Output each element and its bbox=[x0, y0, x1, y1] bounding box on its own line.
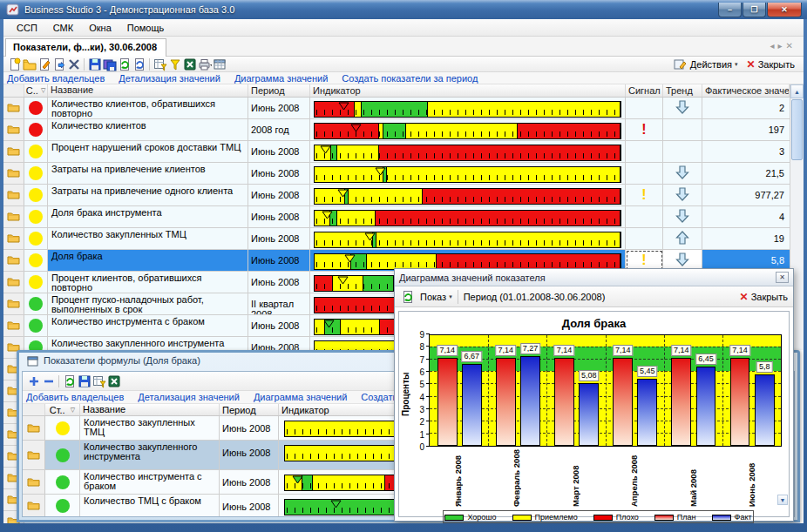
row-name-cell[interactable]: Затраты на привлечение клиентов bbox=[48, 163, 248, 184]
row-indicator-cell[interactable] bbox=[310, 185, 626, 205]
refresh-icon[interactable] bbox=[400, 290, 415, 304]
row-indicator-cell[interactable] bbox=[310, 98, 626, 118]
header-trend[interactable]: Тренд bbox=[663, 84, 702, 97]
link-добавить[interactable]: Добавить владельцев bbox=[26, 392, 124, 402]
link-детализация[interactable]: Детализация значений bbox=[138, 392, 240, 402]
filter-settings-icon[interactable] bbox=[153, 57, 167, 71]
row-signal-cell[interactable] bbox=[626, 206, 663, 227]
row-value-cell[interactable]: 21,5 bbox=[702, 163, 790, 184]
refresh-icon[interactable] bbox=[62, 374, 77, 388]
folder-icon[interactable] bbox=[7, 102, 20, 114]
table-row[interactable]: Доля брака инструментаИюнь 20084 bbox=[3, 206, 790, 228]
fheader-folder[interactable] bbox=[23, 404, 45, 415]
row-folder-cell[interactable] bbox=[23, 470, 45, 494]
save-all-icon[interactable] bbox=[102, 57, 117, 71]
duplicate-icon[interactable] bbox=[51, 57, 66, 71]
menu-item-смк[interactable]: СМК bbox=[45, 21, 81, 35]
table-row[interactable]: Количество клиентов2008 год!197 bbox=[3, 119, 790, 141]
folder-icon[interactable] bbox=[7, 298, 20, 310]
filter-icon[interactable] bbox=[167, 57, 182, 71]
row-signal-cell[interactable] bbox=[626, 141, 663, 162]
row-trend-cell[interactable] bbox=[663, 119, 702, 140]
fheader-name[interactable]: Название bbox=[80, 404, 220, 415]
header-period[interactable]: Период bbox=[248, 84, 310, 97]
actions-button[interactable]: Действия▾ bbox=[673, 57, 738, 71]
row-period-cell[interactable]: Июнь 2008 bbox=[220, 495, 279, 516]
save-icon[interactable] bbox=[77, 374, 92, 388]
row-indicator-cell[interactable] bbox=[310, 119, 626, 140]
minimize-button[interactable]: – bbox=[718, 3, 742, 17]
tab-indicators[interactable]: Показатели, ф...ки), 30.06.2008 bbox=[5, 38, 166, 57]
fheader-status[interactable]: Ст.. ▽ bbox=[45, 404, 80, 415]
row-period-cell[interactable]: Июнь 2008 bbox=[248, 206, 310, 227]
row-name-cell[interactable]: Процент пуско-наладочных работ, выполнен… bbox=[48, 293, 248, 314]
tab-nav[interactable]: ◂▸✕ bbox=[770, 41, 797, 51]
row-signal-cell[interactable] bbox=[626, 98, 663, 118]
filter-settings-icon[interactable] bbox=[92, 374, 106, 388]
refresh-icon[interactable] bbox=[117, 57, 132, 71]
show-dropdown-button[interactable]: Показ▾ bbox=[420, 292, 452, 302]
folder-icon[interactable] bbox=[27, 476, 40, 488]
new-icon[interactable] bbox=[7, 57, 22, 71]
excel-export-icon[interactable] bbox=[182, 57, 197, 71]
row-value-cell[interactable]: 197 bbox=[702, 119, 790, 140]
row-value-cell[interactable]: 977,27 bbox=[702, 185, 790, 205]
scrollbar-thumb[interactable] bbox=[791, 99, 803, 160]
row-period-cell[interactable]: Июнь 2008 bbox=[248, 228, 310, 249]
row-indicator-cell[interactable] bbox=[310, 228, 626, 249]
row-trend-cell[interactable] bbox=[663, 206, 702, 227]
close-button[interactable]: ✕ bbox=[767, 3, 802, 17]
row-name-cell[interactable]: Количество клиентов bbox=[48, 119, 248, 140]
row-folder-cell[interactable] bbox=[23, 495, 45, 516]
row-folder-cell[interactable] bbox=[3, 163, 24, 184]
link-создать[interactable]: Создать показатели за период bbox=[342, 73, 478, 84]
row-signal-cell[interactable] bbox=[626, 163, 663, 184]
row-folder-cell[interactable] bbox=[23, 441, 45, 469]
row-indicator-cell[interactable] bbox=[310, 141, 626, 162]
row-indicator-cell[interactable] bbox=[310, 206, 626, 227]
row-signal-cell[interactable]: ! bbox=[626, 119, 663, 140]
row-folder-cell[interactable] bbox=[3, 315, 24, 336]
folder-icon[interactable] bbox=[7, 167, 20, 179]
header-status[interactable]: С.. ▽ bbox=[24, 84, 48, 97]
row-signal-cell[interactable] bbox=[626, 228, 663, 249]
row-name-cell[interactable]: Процент клиентов, обратившихся повторно bbox=[48, 272, 248, 293]
row-name-cell[interactable]: Количество клиентов, обратившихся повтор… bbox=[48, 98, 248, 118]
row-period-cell[interactable]: Июнь 2008 bbox=[220, 416, 279, 440]
title-bar[interactable]: Business Studio 3 - Демонстрационная баз… bbox=[0, 0, 807, 19]
folder-icon[interactable] bbox=[7, 320, 20, 332]
scroll-up-icon[interactable]: ▲ bbox=[790, 84, 804, 98]
row-value-cell[interactable]: 2 bbox=[702, 98, 790, 118]
link-добавить[interactable]: Добавить владельцев bbox=[7, 73, 105, 84]
header-signal[interactable]: Сигнал bbox=[626, 84, 663, 97]
row-folder-cell[interactable] bbox=[3, 250, 24, 271]
remove-icon[interactable] bbox=[41, 374, 56, 388]
folder-icon[interactable] bbox=[7, 254, 20, 266]
row-value-cell[interactable]: 4 bbox=[702, 206, 790, 227]
row-name-cell[interactable]: Количество инструмента с браком bbox=[48, 315, 248, 336]
row-trend-cell[interactable] bbox=[663, 185, 702, 205]
update-icon[interactable] bbox=[132, 57, 146, 71]
folder-icon[interactable] bbox=[7, 276, 20, 288]
row-value-cell[interactable]: 3 bbox=[702, 141, 790, 162]
row-name-cell[interactable]: Процент нарушений сроков доставки ТМЦ bbox=[48, 141, 248, 162]
row-signal-cell[interactable]: ! bbox=[626, 185, 663, 205]
header-name[interactable]: Название bbox=[48, 84, 248, 97]
table-row[interactable]: Затраты на привлечение одного клиентаИюн… bbox=[3, 185, 790, 206]
row-folder-cell[interactable] bbox=[3, 272, 24, 293]
folder-icon[interactable] bbox=[7, 145, 20, 158]
open-folder-icon[interactable] bbox=[22, 57, 37, 71]
table-row[interactable]: Затраты на привлечение клиентовИюнь 2008… bbox=[3, 163, 790, 185]
row-trend-cell[interactable] bbox=[663, 228, 702, 249]
row-period-cell[interactable]: II квартал 2008 bbox=[248, 293, 310, 314]
scroll-down-icon[interactable]: ▼ bbox=[777, 495, 788, 505]
row-folder-cell[interactable] bbox=[3, 141, 24, 162]
header-indicator[interactable]: Индикатор bbox=[310, 84, 626, 97]
row-trend-cell[interactable] bbox=[663, 163, 702, 184]
fheader-period[interactable]: Период bbox=[220, 404, 279, 415]
row-period-cell[interactable]: 2008 год bbox=[248, 119, 310, 140]
folder-icon[interactable] bbox=[7, 232, 20, 245]
folder-icon[interactable] bbox=[27, 500, 40, 512]
row-folder-cell[interactable] bbox=[3, 98, 24, 118]
link-детализация[interactable]: Детализация значений bbox=[119, 73, 220, 84]
